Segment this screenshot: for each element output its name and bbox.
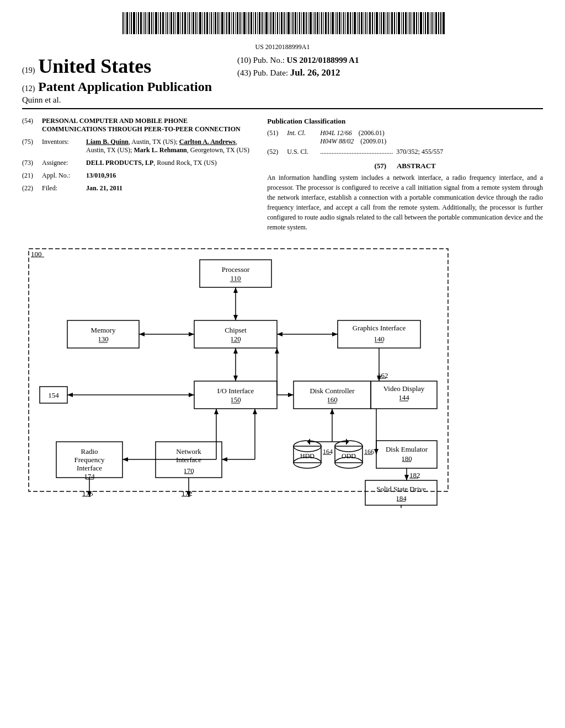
svg-rect-33 [195, 12, 196, 34]
svg-rect-91 [323, 12, 324, 34]
svg-rect-24 [175, 12, 176, 34]
doc-type-label: Patent Application Publication [38, 79, 212, 95]
svg-rect-66 [269, 12, 269, 34]
main-content: (54) PERSONAL COMPUTER AND MOBILE PHONE … [22, 117, 543, 232]
svg-rect-94 [330, 12, 331, 34]
svg-marker-175 [275, 348, 279, 354]
svg-rect-122 [391, 12, 393, 34]
svg-rect-126 [401, 12, 402, 34]
svg-rect-104 [352, 12, 353, 34]
svg-rect-93 [328, 12, 329, 34]
doc-type-num: (12) [22, 84, 35, 93]
svg-rect-95 [332, 12, 334, 34]
us-cl-value: ........................................… [320, 148, 543, 156]
svg-rect-40 [211, 12, 212, 34]
svg-rect-150 [194, 320, 277, 348]
svg-rect-118 [383, 12, 385, 34]
int-cl-num: (51) [267, 129, 287, 146]
barcode-area [22, 11, 543, 41]
svg-rect-8 [140, 12, 142, 34]
svg-marker-163 [332, 332, 338, 336]
svg-rect-5 [133, 12, 135, 34]
svg-rect-125 [398, 12, 400, 34]
svg-rect-111 [367, 12, 368, 34]
int-cl-values: H04L 12/66 (2006.01) H04W 88/02 (2009.01… [320, 129, 543, 146]
svg-rect-4 [131, 12, 132, 34]
title-num: (54) [22, 117, 42, 133]
svg-rect-138 [427, 12, 429, 34]
filed-num: (22) [22, 184, 42, 192]
appl-no-field-label: Appl. No.: [42, 172, 86, 180]
svg-rect-113 [372, 12, 373, 34]
svg-rect-15 [155, 12, 157, 34]
designation-label: (19) [22, 66, 35, 75]
abstract-text: An information handling system includes … [267, 173, 543, 232]
svg-rect-124 [396, 12, 397, 34]
chipset-num: 120 [230, 335, 241, 343]
svg-rect-51 [235, 12, 236, 34]
svg-rect-142 [435, 12, 437, 34]
appl-no-field: (21) Appl. No.: 13/010,916 [22, 172, 250, 180]
diagram-container: 100 Processor 110 Chipset 120 Memory 130… [22, 243, 543, 508]
svg-rect-53 [239, 12, 241, 34]
title-field: (54) PERSONAL COMPUTER AND MOBILE PHONE … [22, 117, 250, 133]
svg-rect-77 [292, 12, 294, 34]
system-diagram: 100 Processor 110 Chipset 120 Memory 130… [23, 243, 542, 508]
us-cl-label: U.S. Cl. [287, 148, 320, 156]
header-divider [22, 108, 543, 109]
hdd-label: HDD [300, 452, 315, 460]
svg-rect-92 [325, 12, 327, 34]
svg-rect-148 [200, 260, 271, 287]
svg-marker-196 [253, 409, 257, 414]
svg-rect-120 [387, 12, 388, 34]
authors-label: Quinn et al. [22, 95, 221, 105]
svg-rect-25 [177, 12, 179, 34]
svg-rect-84 [308, 12, 308, 34]
radio-label-1: Radio [81, 447, 98, 456]
int-cl-row: (51) Int. Cl. H04L 12/66 (2006.01) H04W … [267, 129, 543, 146]
abstract-title: (57) ABSTRACT [267, 162, 543, 170]
ref-154-label: 154 [48, 391, 59, 399]
svg-rect-82 [303, 12, 305, 34]
svg-rect-74 [286, 12, 286, 34]
svg-rect-141 [434, 12, 434, 34]
svg-rect-100 [343, 12, 344, 34]
svg-rect-41 [213, 12, 214, 34]
graphics-num: 140 [374, 335, 385, 343]
disk-ctrl-label: Disk Controller [310, 387, 355, 395]
svg-rect-28 [184, 12, 186, 34]
pub-number-top: US 20120188999A1 [22, 43, 543, 51]
svg-rect-79 [297, 12, 298, 34]
svg-rect-70 [277, 12, 278, 34]
svg-marker-207 [307, 438, 310, 445]
inventors-num: (75) [22, 138, 42, 154]
pub-no-label: (10) Pub. No.: [237, 56, 285, 65]
svg-rect-121 [390, 12, 390, 34]
svg-rect-19 [165, 12, 166, 34]
svg-rect-36 [202, 12, 203, 34]
svg-rect-140 [431, 12, 433, 34]
svg-rect-136 [423, 12, 424, 34]
svg-rect-38 [206, 12, 208, 34]
svg-rect-58 [250, 12, 252, 34]
svg-marker-164 [277, 332, 282, 336]
svg-rect-72 [281, 12, 282, 34]
svg-marker-208 [346, 438, 349, 445]
svg-rect-18 [162, 12, 164, 34]
svg-marker-195 [222, 457, 227, 462]
io-num: 150 [230, 395, 241, 404]
us-cl-row: (52) U.S. Cl. ..........................… [267, 148, 543, 156]
svg-rect-30 [189, 12, 190, 34]
svg-rect-90 [321, 12, 322, 34]
pub-no-value: US 2012/0188999 A1 [287, 56, 359, 65]
processor-label: Processor [222, 265, 250, 274]
svg-rect-43 [217, 12, 218, 34]
svg-rect-89 [319, 12, 320, 34]
svg-rect-1 [125, 12, 125, 34]
svg-rect-62 [259, 12, 260, 34]
svg-rect-60 [255, 12, 256, 34]
pub-date-value: Jul. 26, 2012 [290, 67, 340, 78]
network-label-1: Network [176, 447, 201, 456]
svg-rect-170 [294, 381, 371, 409]
filed-label: Filed: [42, 184, 86, 192]
